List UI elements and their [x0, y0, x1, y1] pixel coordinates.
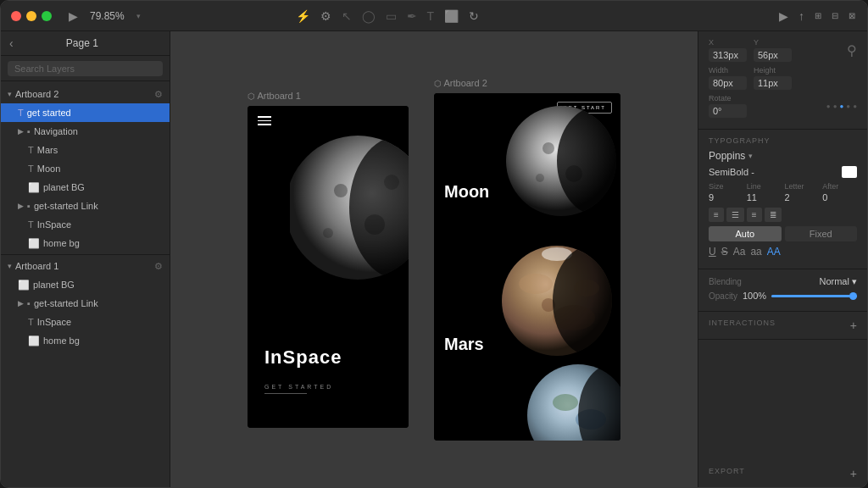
- size-value[interactable]: 9: [709, 192, 743, 202]
- image-layer-icon: ⬜: [18, 280, 30, 291]
- settings-icon[interactable]: ⚙: [319, 8, 333, 25]
- align-center-button[interactable]: ☰: [726, 208, 744, 222]
- artboard2-frame[interactable]: GET START: [434, 93, 620, 441]
- blending-section: Blending Normal ▾ Opacity 100%: [698, 269, 867, 312]
- pen-tool-icon[interactable]: ✒: [405, 8, 419, 25]
- cursor-icon[interactable]: ↖: [340, 8, 353, 25]
- layer-item-home-bg-ab2[interactable]: ⬜ home bg: [1, 234, 170, 252]
- text-layer-icon: T: [28, 145, 34, 155]
- titlebar: ▶ 79.85% ▾ ⚡ ⚙ ↖ ◯ ▭ ✒ T ⬜ ↻ ▶ ↑ ⊞ ⊟ ⊠: [1, 1, 867, 31]
- lightning-icon[interactable]: ⚡: [294, 8, 312, 25]
- interactions-title: INTERACTIONS: [709, 319, 776, 327]
- layer-item-get-started[interactable]: T get started: [1, 103, 170, 122]
- after-value[interactable]: 0: [822, 192, 857, 202]
- x-field: X 313px: [709, 38, 747, 62]
- blending-value[interactable]: Normal ▾: [819, 276, 857, 287]
- panel-toggle-icon[interactable]: ⊟: [830, 9, 840, 22]
- strikethrough-icon[interactable]: S: [721, 246, 728, 258]
- y-value[interactable]: 56px: [754, 48, 792, 62]
- get-started-text: GET STARTED: [264, 384, 333, 390]
- layer-item-inspace-ab2[interactable]: T InSpace: [1, 215, 170, 234]
- layer-item-moon[interactable]: T Moon: [1, 159, 170, 178]
- circle-tool-icon[interactable]: ◯: [360, 8, 377, 25]
- font-name[interactable]: Poppins: [709, 150, 745, 162]
- add-interaction-button[interactable]: +: [850, 319, 857, 332]
- close-button[interactable]: [11, 11, 21, 21]
- zoom-indicator[interactable]: 79.85%: [88, 8, 126, 24]
- expand-arrow-icon: ▶: [18, 299, 24, 308]
- expand-icon: ▾: [8, 262, 12, 270]
- x-value[interactable]: 313px: [709, 48, 747, 62]
- typography-header: TYPOGRAPHY: [709, 136, 857, 150]
- rotate-value[interactable]: 0°: [709, 104, 747, 118]
- layer-item-navigation[interactable]: ▶ ▪ Navigation: [1, 122, 170, 141]
- canvas[interactable]: ⬡ Artboard 1: [170, 31, 698, 487]
- capitalize-icon[interactable]: Aa: [733, 246, 746, 258]
- artboard2-header[interactable]: ▾ Artboard 2 ⚙: [1, 85, 170, 103]
- opacity-slider[interactable]: [771, 295, 857, 297]
- moon-image: [290, 123, 409, 292]
- lowercase-icon[interactable]: aa: [750, 246, 761, 258]
- opacity-value[interactable]: 100%: [743, 291, 766, 301]
- layer-item-get-started-link-ab1[interactable]: ▶ ▪ get-started Link: [1, 294, 170, 313]
- layer-label: planet BG: [43, 182, 85, 192]
- opacity-label: Opacity: [709, 291, 737, 301]
- right-panel: X 313px Y 56px ⚲ Width 80px Height 11px: [698, 31, 867, 487]
- add-export-button[interactable]: +: [850, 467, 857, 480]
- text-layer-icon: T: [18, 108, 24, 118]
- color-swatch[interactable]: [842, 166, 857, 178]
- play-icon[interactable]: ▶: [777, 8, 790, 25]
- layer-item-planet-bg[interactable]: ⬜ planet BG: [1, 178, 170, 197]
- artboard1-frame[interactable]: InSpace GET STARTED: [248, 106, 409, 428]
- width-value[interactable]: 80px: [709, 76, 747, 90]
- more-icon[interactable]: ⊠: [847, 9, 857, 22]
- auto-button[interactable]: Auto: [709, 226, 782, 241]
- align-left-button[interactable]: ≡: [709, 208, 724, 222]
- refresh-icon[interactable]: ↻: [467, 8, 481, 25]
- text-tool-icon[interactable]: T: [426, 8, 437, 25]
- height-label: Height: [754, 66, 792, 75]
- position-section: X 313px Y 56px ⚲ Width 80px Height 11px: [698, 31, 867, 130]
- line-value[interactable]: 11: [747, 192, 782, 202]
- after-label: After: [822, 182, 857, 191]
- layer-item-home-bg-ab1[interactable]: ⬜ home bg: [1, 331, 170, 350]
- hamburger-menu: [258, 116, 271, 125]
- width-field: Width 80px: [709, 66, 747, 90]
- grid-view-icon[interactable]: ⊞: [813, 9, 823, 22]
- size-label: Size: [709, 182, 743, 191]
- text-style-icons: U S Aa aa AA: [709, 246, 857, 258]
- letter-value[interactable]: 2: [785, 192, 820, 202]
- gear-icon[interactable]: ⚙: [154, 261, 163, 272]
- layer-item-mars[interactable]: T Mars: [1, 141, 170, 159]
- artboard1-header[interactable]: ▾ Artboard 1 ⚙: [1, 257, 170, 275]
- font-dropdown-icon[interactable]: ▾: [748, 152, 753, 160]
- search-input[interactable]: [8, 61, 163, 76]
- uppercase-icon[interactable]: AA: [767, 246, 781, 258]
- lock-icon[interactable]: ⚲: [847, 42, 857, 58]
- layer-label: get-started Link: [34, 201, 98, 211]
- rect-tool-icon[interactable]: ▭: [384, 8, 398, 25]
- height-value[interactable]: 11px: [754, 76, 792, 90]
- gear-icon[interactable]: ⚙: [154, 89, 163, 100]
- layer-item-get-started-link[interactable]: ▶ ▪ get-started Link: [1, 197, 170, 215]
- layer-label: InSpace: [37, 219, 71, 230]
- zoom-dropdown-icon[interactable]: ▾: [135, 10, 142, 22]
- font-style[interactable]: SemiBold -: [709, 167, 754, 177]
- maximize-button[interactable]: [42, 11, 52, 21]
- layer-item-planet-bg-ab1[interactable]: ⬜ planet BG: [1, 275, 170, 294]
- select-tool-icon[interactable]: ▶: [67, 8, 80, 25]
- layer-item-inspace-ab1[interactable]: T InSpace: [1, 313, 170, 331]
- transform-dot-4: ●: [846, 103, 850, 110]
- fixed-button[interactable]: Fixed: [785, 226, 858, 241]
- svg-point-4: [323, 228, 333, 238]
- mars-planet-name: Mars: [444, 335, 484, 354]
- image-tool-icon[interactable]: ⬜: [442, 8, 460, 25]
- align-justify-button[interactable]: ≣: [765, 208, 782, 222]
- toolbar-right: ▶ ↑ ⊞ ⊟ ⊠: [777, 8, 857, 25]
- underline-icon[interactable]: U: [709, 246, 716, 258]
- align-right-button[interactable]: ≡: [747, 208, 762, 222]
- rotate-field: Rotate 0°: [709, 94, 747, 118]
- svg-point-9: [542, 142, 554, 154]
- minimize-button[interactable]: [26, 11, 36, 21]
- share-icon[interactable]: ↑: [797, 8, 806, 25]
